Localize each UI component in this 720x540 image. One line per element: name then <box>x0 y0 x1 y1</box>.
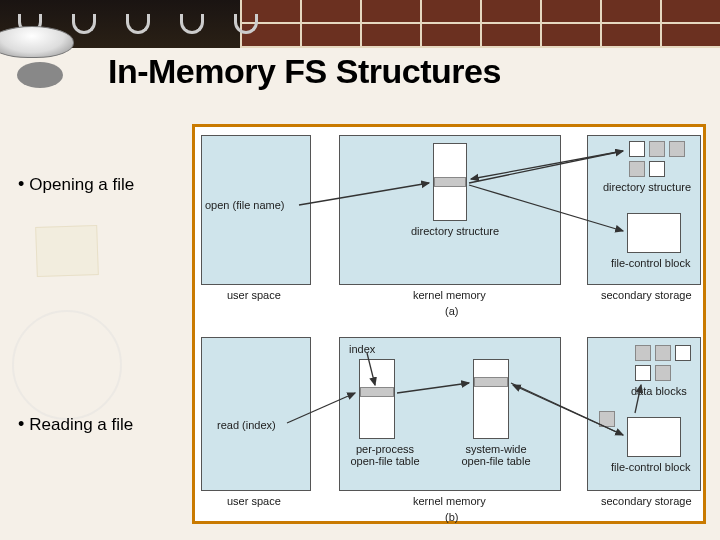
caption-a: (a) <box>445 305 458 317</box>
data-blk <box>635 345 651 361</box>
panel-user-space-b <box>201 337 311 491</box>
label-index: index <box>349 343 375 355</box>
diagram-frame: open (file name) user space directory st… <box>192 124 706 524</box>
storage-blk-grey <box>649 141 665 157</box>
dir-struct-entry <box>434 177 466 187</box>
clock-ghost <box>12 310 122 420</box>
system-wide-entry <box>474 377 508 387</box>
label-per-process: per-process open-file table <box>345 443 425 467</box>
bullet-opening-file: Opening a file <box>18 174 134 195</box>
data-blk-w <box>675 345 691 361</box>
storage-blk <box>629 141 645 157</box>
brick-decoration <box>240 0 720 48</box>
caption-b: (b) <box>445 511 458 523</box>
label-dir-struct-center: directory structure <box>411 225 499 237</box>
storage-blk-grey <box>629 161 645 177</box>
data-blk <box>655 345 671 361</box>
page-title: In-Memory FS Structures <box>108 52 501 91</box>
sticky-note-ghost <box>35 225 99 277</box>
data-blk <box>655 365 671 381</box>
label-read-call: read (index) <box>217 419 276 431</box>
label-user-space-b: user space <box>227 495 281 507</box>
fcb-box-a <box>627 213 681 253</box>
label-secondary-b: secondary storage <box>601 495 692 507</box>
label-fcb-b: file-control block <box>611 461 690 473</box>
storage-blk <box>649 161 665 177</box>
data-blk-w <box>635 365 651 381</box>
fcb-side-blk <box>599 411 615 427</box>
label-open-call: open (file name) <box>205 199 285 211</box>
bullet-reading-file: Reading a file <box>18 414 133 435</box>
label-dir-struct-right: directory structure <box>603 181 691 193</box>
per-process-entry <box>360 387 394 397</box>
label-user-space-a: user space <box>227 289 281 301</box>
per-process-box <box>359 359 395 439</box>
system-wide-box <box>473 359 509 439</box>
storage-blk-grey <box>669 141 685 157</box>
label-data-blocks: data blocks <box>631 385 687 397</box>
label-kernel-a: kernel memory <box>413 289 486 301</box>
label-fcb-a: file-control block <box>611 257 690 269</box>
label-system-wide: system-wide open-file table <box>455 443 537 467</box>
label-secondary-a: secondary storage <box>601 289 692 301</box>
fcb-box-b <box>627 417 681 457</box>
header-band <box>0 0 720 48</box>
lamp-decoration <box>0 26 90 106</box>
label-kernel-b: kernel memory <box>413 495 486 507</box>
